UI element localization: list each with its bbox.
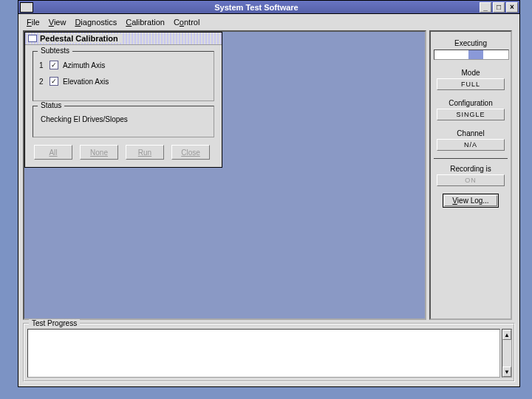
subtests-group: Subtests 1 ✓ Azimuth Axis 2 ✓ Elevation … [33,51,214,101]
dialog-title-text: Pedestal Calibration [40,34,121,43]
executing-label: Executing [434,39,508,47]
mode-value[interactable]: FULL [437,78,505,90]
elevation-checkbox[interactable]: ✓ [50,77,58,86]
status-text: Checking El Drives/Slopes [39,112,208,129]
test-progress-panel: Test Progress ▲ ▼ [23,323,515,382]
subtest-label: Azimuth Axis [63,61,105,69]
divider [434,158,508,159]
main-workspace: Pedestal Calibration Subtests 1 ✓ Azimut… [23,30,426,320]
none-button[interactable]: None [80,145,118,160]
subtest-label: Elevation Axis [63,78,109,86]
view-log-button[interactable]: View Log... [443,194,499,208]
mode-label: Mode [434,69,508,77]
test-progress-legend: Test Progress [29,319,80,327]
progress-fill [468,50,483,59]
test-progress-output [27,329,500,378]
close-button[interactable]: Close [171,145,210,160]
dialog-icon [28,35,37,42]
menu-bar: File View Diagnostics Calibration Contro… [20,16,518,30]
subtests-legend: Subtests [38,47,72,55]
app-window: System Test Software _ □ × File View Dia… [18,0,520,387]
scrollbar[interactable]: ▲ ▼ [502,329,512,378]
subtest-row-2: 2 ✓ Elevation Axis [39,77,208,86]
status-group: Status Checking El Drives/Slopes [33,106,214,137]
recording-label: Recording is [434,165,508,173]
window-title: System Test Software [33,3,480,12]
menu-calibration[interactable]: Calibration [122,17,168,27]
all-button[interactable]: All [34,145,72,160]
subtest-number: 2 [39,78,50,86]
menu-file[interactable]: File [23,17,44,27]
dialog-titlebar: Pedestal Calibration [25,33,222,45]
menu-diagnostics[interactable]: Diagnostics [71,17,120,27]
maximize-button[interactable]: □ [493,2,505,13]
scroll-down-icon[interactable]: ▼ [502,366,511,377]
subtest-number: 1 [39,61,50,69]
executing-progress [434,50,509,60]
view-log-rest: iew Log... [457,197,489,205]
azimuth-checkbox[interactable]: ✓ [50,61,58,69]
menu-control[interactable]: Control [170,17,203,27]
recording-value: ON [437,174,505,186]
config-value[interactable]: SINGLE [437,109,505,120]
config-label: Configuration [434,99,508,107]
minimize-button[interactable]: _ [480,2,491,13]
channel-value[interactable]: N/A [437,139,505,151]
subtest-row-1: 1 ✓ Azimuth Axis [39,61,208,69]
menu-view[interactable]: View [45,17,70,27]
scroll-up-icon[interactable]: ▲ [502,330,511,340]
channel-label: Channel [434,129,508,137]
status-legend: Status [38,101,64,109]
pedestal-calibration-dialog: Pedestal Calibration Subtests 1 ✓ Azimut… [24,32,222,168]
close-window-button[interactable]: × [506,2,518,13]
titlebar: System Test Software _ □ × [18,1,519,14]
status-sidebar: Executing Mode FULL Configuration SINGLE… [429,30,512,320]
run-button[interactable]: Run [126,145,164,160]
window-menu-icon[interactable] [20,2,33,13]
